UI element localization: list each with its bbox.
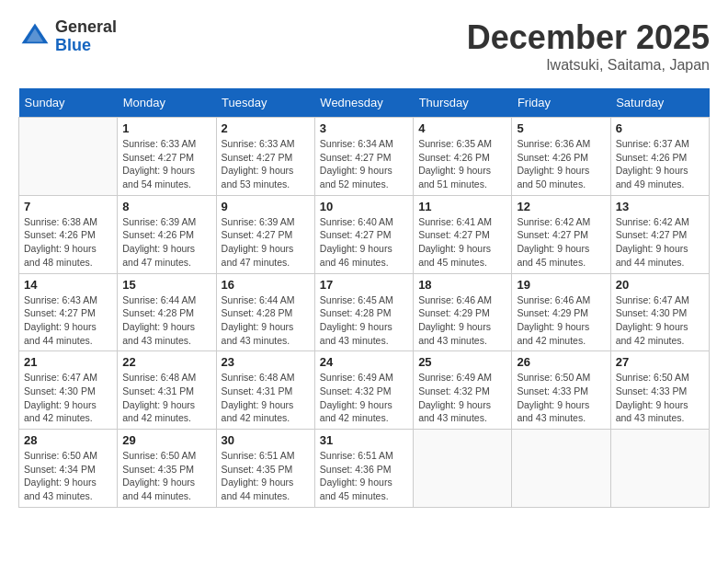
day-number: 13 — [616, 200, 704, 213]
logo-text: General Blue — [55, 18, 117, 55]
day-info: Sunrise: 6:39 AM Sunset: 4:26 PM Dayligh… — [122, 215, 210, 270]
day-number: 29 — [122, 433, 210, 447]
location: Iwatsuki, Saitama, Japan — [467, 57, 710, 74]
day-number: 23 — [222, 355, 310, 369]
day-info: Sunrise: 6:43 AM Sunset: 4:27 PM Dayligh… — [24, 293, 112, 348]
day-info: Sunrise: 6:40 AM Sunset: 4:27 PM Dayligh… — [320, 215, 408, 270]
calendar-cell: 1Sunrise: 6:33 AM Sunset: 4:27 PM Daylig… — [118, 118, 216, 196]
day-info: Sunrise: 6:34 AM Sunset: 4:27 PM Dayligh… — [320, 137, 408, 191]
day-number: 18 — [418, 278, 506, 292]
calendar-cell: 18Sunrise: 6:46 AM Sunset: 4:29 PM Dayli… — [414, 273, 512, 351]
month-title: December 2025 — [467, 18, 710, 57]
day-info: Sunrise: 6:35 AM Sunset: 4:26 PM Dayligh… — [418, 137, 506, 191]
calendar-cell — [19, 118, 118, 196]
calendar-cell: 9Sunrise: 6:39 AM Sunset: 4:27 PM Daylig… — [216, 195, 314, 273]
calendar-week-4: 21Sunrise: 6:47 AM Sunset: 4:30 PM Dayli… — [19, 351, 710, 430]
day-number: 8 — [122, 200, 210, 213]
calendar-cell: 21Sunrise: 6:47 AM Sunset: 4:30 PM Dayli… — [19, 351, 118, 430]
day-info: Sunrise: 6:46 AM Sunset: 4:29 PM Dayligh… — [418, 293, 506, 348]
day-number: 9 — [222, 200, 310, 213]
weekday-header-tuesday: Tuesday — [216, 88, 314, 118]
calendar-cell: 28Sunrise: 6:50 AM Sunset: 4:34 PM Dayli… — [19, 430, 118, 508]
logo-general: General — [55, 18, 117, 37]
calendar-cell: 4Sunrise: 6:35 AM Sunset: 4:26 PM Daylig… — [414, 118, 512, 196]
weekday-header-sunday: Sunday — [19, 88, 118, 118]
day-info: Sunrise: 6:38 AM Sunset: 4:26 PM Dayligh… — [24, 215, 112, 270]
page-header: General Blue December 2025 Iwatsuki, Sai… — [18, 18, 710, 74]
calendar-cell: 15Sunrise: 6:44 AM Sunset: 4:28 PM Dayli… — [118, 273, 216, 351]
calendar-cell: 2Sunrise: 6:33 AM Sunset: 4:27 PM Daylig… — [216, 118, 314, 196]
day-number: 20 — [616, 278, 704, 292]
day-info: Sunrise: 6:50 AM Sunset: 4:33 PM Dayligh… — [517, 371, 605, 425]
day-info: Sunrise: 6:51 AM Sunset: 4:36 PM Dayligh… — [320, 449, 408, 503]
calendar-cell: 19Sunrise: 6:46 AM Sunset: 4:29 PM Dayli… — [512, 273, 610, 351]
day-number: 11 — [418, 200, 506, 213]
weekday-header-saturday: Saturday — [610, 88, 709, 118]
calendar-cell: 5Sunrise: 6:36 AM Sunset: 4:26 PM Daylig… — [512, 118, 610, 196]
day-number: 30 — [222, 433, 310, 447]
day-number: 4 — [418, 121, 506, 135]
day-number: 15 — [122, 278, 210, 292]
calendar-cell — [414, 430, 512, 508]
day-number: 7 — [24, 200, 112, 213]
day-info: Sunrise: 6:51 AM Sunset: 4:35 PM Dayligh… — [222, 449, 310, 503]
day-info: Sunrise: 6:49 AM Sunset: 4:32 PM Dayligh… — [320, 371, 408, 425]
calendar-cell: 10Sunrise: 6:40 AM Sunset: 4:27 PM Dayli… — [314, 195, 413, 273]
day-info: Sunrise: 6:50 AM Sunset: 4:35 PM Dayligh… — [122, 449, 210, 503]
calendar-cell: 7Sunrise: 6:38 AM Sunset: 4:26 PM Daylig… — [19, 195, 118, 273]
logo: General Blue — [18, 18, 117, 55]
calendar-cell — [512, 430, 610, 508]
calendar-cell: 31Sunrise: 6:51 AM Sunset: 4:36 PM Dayli… — [314, 430, 413, 508]
day-number: 26 — [517, 355, 605, 369]
day-number: 2 — [222, 121, 310, 135]
calendar-week-3: 14Sunrise: 6:43 AM Sunset: 4:27 PM Dayli… — [19, 273, 710, 351]
calendar-cell: 8Sunrise: 6:39 AM Sunset: 4:26 PM Daylig… — [118, 195, 216, 273]
day-info: Sunrise: 6:42 AM Sunset: 4:27 PM Dayligh… — [616, 215, 704, 270]
day-info: Sunrise: 6:44 AM Sunset: 4:28 PM Dayligh… — [122, 293, 210, 348]
calendar-cell: 3Sunrise: 6:34 AM Sunset: 4:27 PM Daylig… — [314, 118, 413, 196]
day-number: 19 — [517, 278, 605, 292]
day-info: Sunrise: 6:47 AM Sunset: 4:30 PM Dayligh… — [616, 293, 704, 348]
day-number: 22 — [122, 355, 210, 369]
calendar-cell: 12Sunrise: 6:42 AM Sunset: 4:27 PM Dayli… — [512, 195, 610, 273]
day-info: Sunrise: 6:36 AM Sunset: 4:26 PM Dayligh… — [517, 137, 605, 191]
calendar-cell: 17Sunrise: 6:45 AM Sunset: 4:28 PM Dayli… — [314, 273, 413, 351]
day-number: 28 — [24, 433, 112, 447]
day-number: 10 — [320, 200, 408, 213]
day-number: 31 — [320, 433, 408, 447]
day-info: Sunrise: 6:39 AM Sunset: 4:27 PM Dayligh… — [222, 215, 310, 270]
day-number: 27 — [616, 355, 704, 369]
day-info: Sunrise: 6:46 AM Sunset: 4:29 PM Dayligh… — [517, 293, 605, 348]
calendar-week-1: 1Sunrise: 6:33 AM Sunset: 4:27 PM Daylig… — [19, 118, 710, 196]
calendar-cell: 6Sunrise: 6:37 AM Sunset: 4:26 PM Daylig… — [610, 118, 709, 196]
calendar-cell: 22Sunrise: 6:48 AM Sunset: 4:31 PM Dayli… — [118, 351, 216, 430]
day-number: 1 — [122, 121, 210, 135]
calendar-week-5: 28Sunrise: 6:50 AM Sunset: 4:34 PM Dayli… — [19, 430, 710, 508]
calendar-cell: 14Sunrise: 6:43 AM Sunset: 4:27 PM Dayli… — [19, 273, 118, 351]
day-number: 25 — [418, 355, 506, 369]
logo-icon — [18, 20, 51, 53]
calendar-cell: 30Sunrise: 6:51 AM Sunset: 4:35 PM Dayli… — [216, 430, 314, 508]
day-info: Sunrise: 6:33 AM Sunset: 4:27 PM Dayligh… — [222, 137, 310, 191]
calendar-table: SundayMondayTuesdayWednesdayThursdayFrid… — [18, 88, 710, 508]
day-number: 5 — [517, 121, 605, 135]
calendar-cell: 11Sunrise: 6:41 AM Sunset: 4:27 PM Dayli… — [414, 195, 512, 273]
day-number: 24 — [320, 355, 408, 369]
logo-blue: Blue — [55, 37, 117, 55]
weekday-header-wednesday: Wednesday — [314, 88, 413, 118]
weekday-header-monday: Monday — [118, 88, 216, 118]
calendar-cell: 16Sunrise: 6:44 AM Sunset: 4:28 PM Dayli… — [216, 273, 314, 351]
day-info: Sunrise: 6:44 AM Sunset: 4:28 PM Dayligh… — [222, 293, 310, 348]
calendar-week-2: 7Sunrise: 6:38 AM Sunset: 4:26 PM Daylig… — [19, 195, 710, 273]
calendar-cell: 25Sunrise: 6:49 AM Sunset: 4:32 PM Dayli… — [414, 351, 512, 430]
calendar-cell: 23Sunrise: 6:48 AM Sunset: 4:31 PM Dayli… — [216, 351, 314, 430]
day-number: 16 — [222, 278, 310, 292]
day-number: 17 — [320, 278, 408, 292]
day-info: Sunrise: 6:50 AM Sunset: 4:34 PM Dayligh… — [24, 449, 112, 503]
day-number: 21 — [24, 355, 112, 369]
calendar-cell: 27Sunrise: 6:50 AM Sunset: 4:33 PM Dayli… — [610, 351, 709, 430]
calendar-cell: 24Sunrise: 6:49 AM Sunset: 4:32 PM Dayli… — [314, 351, 413, 430]
calendar-cell: 26Sunrise: 6:50 AM Sunset: 4:33 PM Dayli… — [512, 351, 610, 430]
title-block: December 2025 Iwatsuki, Saitama, Japan — [467, 18, 710, 74]
day-info: Sunrise: 6:48 AM Sunset: 4:31 PM Dayligh… — [222, 371, 310, 425]
